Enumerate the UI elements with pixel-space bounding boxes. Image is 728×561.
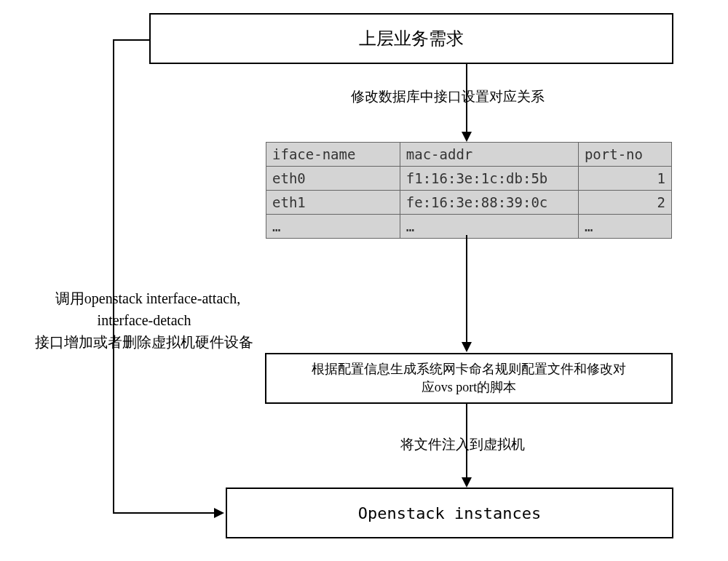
table-header-row: iface-name mac-addr port-no [266, 143, 672, 167]
config-generate-box: 根据配置信息生成系统网卡命名规则配置文件和修改对 应ovs port的脚本 [265, 353, 673, 404]
cell-port: 1 [578, 167, 671, 191]
label-left-openstack-call: 调用openstack interface-attach, interface-… [13, 266, 275, 353]
label-modify-db: 修改数据库中接口设置对应关系 [351, 87, 545, 106]
cell-iface: … [266, 215, 400, 239]
left-arrow-head [214, 508, 224, 518]
cell-mac: … [400, 215, 578, 239]
top-business-box: 上层业务需求 [149, 13, 673, 64]
header-port: port-no [578, 143, 671, 167]
cell-iface: eth0 [266, 167, 400, 191]
cell-iface: eth1 [266, 191, 400, 215]
table-row: … … … [266, 215, 672, 239]
arrow-table-to-middle [466, 235, 467, 343]
label-inject-file: 将文件注入到虚拟机 [400, 435, 525, 454]
cell-port: 2 [578, 191, 671, 215]
cell-mac: fe:16:3e:88:39:0c [400, 191, 578, 215]
openstack-instances-box: Openstack instances [226, 488, 673, 538]
config-generate-label: 根据配置信息生成系统网卡命名规则配置文件和修改对 应ovs port的脚本 [312, 360, 626, 397]
left-arrow-horizontal-bottom [113, 512, 215, 514]
top-business-label: 上层业务需求 [359, 27, 464, 50]
arrow-head-middle-to-bottom [462, 477, 472, 488]
left-arrow-horizontal-top [113, 39, 149, 41]
openstack-instances-label: Openstack instances [358, 504, 542, 522]
cell-mac: f1:16:3e:1c:db:5b [400, 167, 578, 191]
header-mac: mac-addr [400, 143, 578, 167]
arrow-head-top-to-table [462, 132, 472, 142]
table-row: eth0 f1:16:3e:1c:db:5b 1 [266, 167, 672, 191]
table-row: eth1 fe:16:3e:88:39:0c 2 [266, 191, 672, 215]
arrow-head-table-to-middle [462, 342, 472, 352]
cell-port: … [578, 215, 671, 239]
interface-table: iface-name mac-addr port-no eth0 f1:16:3… [266, 142, 672, 239]
header-iface: iface-name [266, 143, 400, 167]
